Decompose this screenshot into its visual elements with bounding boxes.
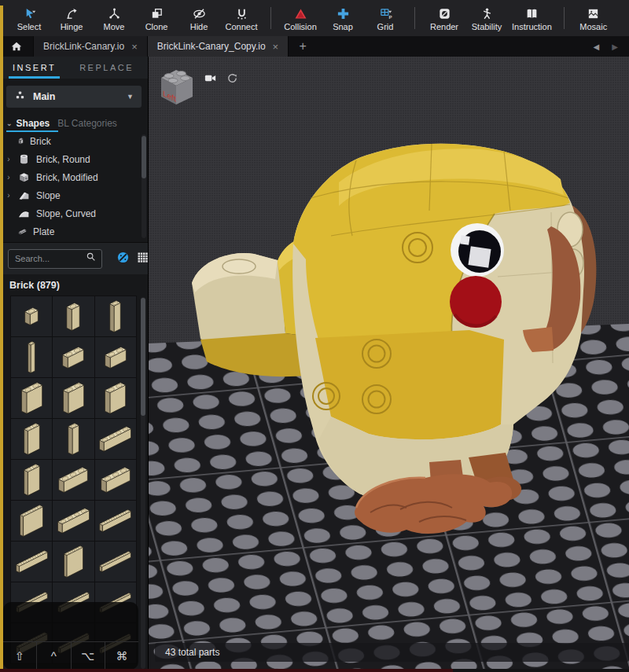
category-brick-round[interactable]: ›Brick, Round: [0, 150, 148, 168]
search-box[interactable]: [8, 249, 102, 269]
toolbar-button-hide[interactable]: Hide: [178, 6, 220, 31]
toolbar-label: Stability: [472, 23, 502, 31]
tab-bl-categories-label: BL Categories: [57, 118, 117, 129]
tab-insert[interactable]: INSERT: [13, 57, 56, 79]
part-item-1x2x2[interactable]: [11, 378, 52, 418]
canary-model-scene: [149, 57, 629, 672]
window-edge-bottom: [0, 669, 629, 672]
toolbar-button-mosaic[interactable]: Mosaic: [572, 6, 615, 31]
toolbar-button-instruction[interactable]: Instruction: [508, 6, 556, 31]
svg-text:P: P: [388, 14, 392, 20]
part-item-1x6x1[interactable]: [95, 501, 136, 541]
part-item-1x3x1[interactable]: [53, 460, 94, 500]
new-tab-button[interactable]: +: [289, 36, 317, 57]
part-item-1x2x2[interactable]: [95, 378, 136, 418]
toolbar-button-hinge[interactable]: Hinge: [50, 6, 93, 31]
category-brick[interactable]: Brick: [0, 132, 148, 150]
slope-icon: [17, 189, 31, 202]
tab-shapes[interactable]: ⌄ Shapes: [6, 118, 50, 129]
tab-label: BrickLink-Canary_Copy.io: [157, 41, 266, 52]
part-item-1x4x1[interactable]: [53, 501, 94, 541]
toolbar-divider: [414, 7, 415, 29]
category-label: Brick, Round: [36, 154, 90, 165]
parts-scrollbar[interactable]: [141, 297, 145, 669]
toolbar-button-snap[interactable]: Snap: [322, 6, 364, 31]
grid-view-icon[interactable]: [137, 252, 149, 266]
toolbar-button-move[interactable]: Move: [93, 6, 135, 31]
brick-thumbnail: [65, 302, 81, 332]
tab-bricklink-canary[interactable]: BrickLink-Canary.io ×: [34, 36, 148, 57]
toolbar-button-grid[interactable]: PGrid: [364, 6, 406, 31]
category-label: Brick: [30, 136, 51, 147]
toolbar-label: Select: [17, 23, 42, 31]
part-item-1x4x3[interactable]: [11, 501, 52, 541]
part-item-1x1x5[interactable]: [11, 337, 52, 377]
chevron-right-icon[interactable]: ›: [6, 155, 12, 163]
chevron-down-icon: ⌄: [6, 119, 13, 127]
toolbar-label: Move: [104, 23, 125, 31]
category-plate[interactable]: Plate: [0, 222, 148, 241]
part-item-1x1x3[interactable]: [95, 296, 136, 336]
brick-thumbnail: [98, 550, 132, 573]
category-label: Slope, Curved: [36, 208, 96, 219]
close-icon[interactable]: ×: [273, 42, 279, 52]
part-item-1x4x4[interactable]: [53, 542, 94, 582]
home-button[interactable]: [0, 36, 34, 57]
part-item-1x6x1[interactable]: [11, 542, 52, 582]
toolbar-label: Collision: [284, 23, 317, 31]
toolbar-button-connect[interactable]: Connect: [220, 6, 263, 31]
brick-thumbnail: [20, 381, 43, 415]
parts-sidebar: INSERT REPLACE Main ▼ ⌄ Shapes BL Catego…: [0, 57, 149, 672]
brick-thumbnail: [17, 137, 24, 145]
part-item-1x2x1[interactable]: [95, 337, 136, 377]
toolbar-button-collision[interactable]: Collision: [279, 6, 322, 31]
mosaic-icon: [587, 7, 600, 20]
window-edge-left: [0, 6, 3, 669]
model-dropdown[interactable]: Main ▼: [6, 86, 142, 108]
tab-replace[interactable]: REPLACE: [79, 57, 134, 79]
toolbar-divider: [564, 7, 565, 29]
part-item-1x4x1[interactable]: [95, 419, 136, 459]
toolbar-button-select[interactable]: Select: [8, 6, 50, 31]
part-item-1x2x1[interactable]: [53, 337, 94, 377]
top-toolbar: SelectHingeMoveCloneHideConnectCollision…: [0, 0, 629, 36]
3d-viewport[interactable]: Left 43 total parts: [149, 57, 629, 672]
part-item-1x2x2[interactable]: [53, 378, 94, 418]
part-item-1x1x3[interactable]: [53, 419, 94, 459]
close-icon[interactable]: ×: [131, 42, 138, 52]
brick-thumbnail: [109, 299, 122, 333]
collision-icon: [294, 7, 307, 20]
part-item-1x8x1[interactable]: [95, 542, 136, 582]
toolbar-button-clone[interactable]: Clone: [135, 6, 178, 31]
gridview-icon: [137, 252, 149, 263]
part-item-1x1x2[interactable]: [53, 296, 94, 336]
tab-scroll-right-icon[interactable]: ▶: [612, 42, 618, 51]
tab-bl-categories[interactable]: BL Categories: [57, 118, 117, 129]
camera-icon[interactable]: [204, 72, 217, 88]
toolbar-button-stability[interactable]: Stability: [465, 6, 508, 31]
instruction-icon: [525, 7, 539, 20]
part-item-1x2x3[interactable]: [11, 419, 52, 459]
parts-section-title: Brick (879): [0, 274, 148, 296]
no-color-filter-icon[interactable]: [116, 251, 130, 267]
category-slope-curved[interactable]: Slope, Curved: [0, 204, 148, 222]
category-brick-modified[interactable]: ›Brick, Modified: [0, 168, 148, 186]
reset-view-icon[interactable]: [226, 72, 239, 88]
chevron-right-icon[interactable]: ›: [6, 191, 12, 200]
search-input[interactable]: [13, 253, 83, 264]
part-item-1x2x3[interactable]: [11, 460, 52, 500]
chevron-right-icon[interactable]: ›: [6, 173, 12, 182]
part-item-1x3x1[interactable]: [95, 460, 136, 500]
toolbar-button-render[interactable]: Render: [423, 6, 465, 31]
grid-icon: P: [379, 7, 392, 20]
brick-thumbnail: [23, 422, 41, 456]
view-cube[interactable]: Left: [155, 65, 197, 108]
brick-thumbnail: [104, 346, 127, 369]
snap-icon: [337, 7, 350, 20]
tab-bricklink-canary-copy[interactable]: BrickLink-Canary_Copy.io ×: [148, 36, 289, 57]
part-item-1x1x1[interactable]: [11, 296, 52, 336]
category-slope[interactable]: ›Slope: [0, 186, 148, 204]
tab-scroll-left-icon[interactable]: ◀: [594, 42, 600, 51]
total-parts-text: 43 total parts: [165, 647, 219, 658]
category-scrollbar[interactable]: [142, 134, 146, 238]
